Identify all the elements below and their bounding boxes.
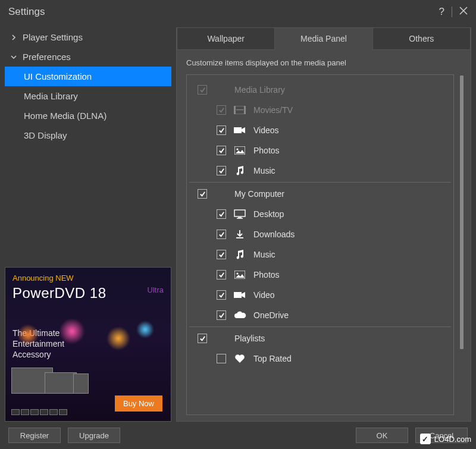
image-icon (233, 145, 246, 156)
checkbox-music[interactable] (217, 166, 226, 175)
sidebar-group-preferences[interactable]: Preferences (5, 47, 171, 67)
svg-rect-10 (236, 237, 243, 238)
titlebar: Settings ? (0, 0, 476, 24)
tree-item-music[interactable]: Music (189, 161, 451, 181)
sidebar: Player Settings Preferences UI Customiza… (5, 27, 171, 422)
register-button[interactable]: Register (8, 428, 61, 443)
tree-item-desktop[interactable]: Desktop (189, 204, 451, 224)
tree-label: Movies/TV (253, 105, 451, 115)
tree-label: Downloads (253, 230, 451, 239)
cloud-icon (233, 310, 246, 321)
sidebar-item-media-library[interactable]: Media Library (5, 86, 171, 106)
tree-item-mc-video[interactable]: Video (189, 285, 451, 305)
tree-item-media-library: Media Library (189, 80, 451, 100)
sidebar-item-3d-display[interactable]: 3D Display (5, 125, 171, 145)
ok-button[interactable]: OK (356, 428, 408, 443)
checkbox-videos[interactable] (217, 125, 226, 135)
tree-item-top-rated[interactable]: Top Rated (189, 348, 451, 369)
tab-media-panel[interactable]: Media Panel (274, 27, 372, 50)
fireworks-graphic (5, 318, 171, 360)
svg-rect-7 (234, 210, 245, 216)
sidebar-item-ui-customization[interactable]: UI Customization (5, 67, 171, 86)
svg-rect-4 (234, 127, 242, 133)
video-camera-icon (233, 290, 246, 300)
monitor-icon (233, 209, 246, 219)
svg-rect-3 (236, 109, 243, 110)
checkbox-onedrive[interactable] (217, 310, 226, 320)
svg-rect-13 (234, 292, 242, 298)
checkbox-my-computer[interactable] (198, 189, 207, 199)
tree-item-mc-music[interactable]: Music (189, 244, 451, 265)
upgrade-button[interactable]: Upgrade (68, 428, 120, 443)
checkbox-mc-video[interactable] (217, 290, 226, 300)
titlebar-controls: ? (439, 6, 468, 18)
image-icon (233, 269, 246, 280)
checkbox-mc-photos[interactable] (217, 270, 226, 280)
tree-label: Videos (253, 125, 451, 135)
tree-divider (189, 326, 451, 327)
ad-announcing-text: Announcing NEW (12, 274, 164, 282)
tree-item-onedrive[interactable]: OneDrive (189, 305, 451, 325)
checkbox-movies-tv (217, 105, 226, 115)
help-icon[interactable]: ? (439, 6, 444, 18)
checkbox-desktop[interactable] (217, 209, 226, 219)
advertisement-panel[interactable]: Announcing NEW Ultra PowerDVD 18 The Ult… (5, 267, 171, 422)
sidebar-group-label: Preferences (23, 52, 71, 62)
main-area: Player Settings Preferences UI Customiza… (0, 24, 476, 422)
svg-rect-2 (244, 106, 246, 114)
svg-rect-8 (238, 217, 242, 218)
sidebar-group-player-settings[interactable]: Player Settings (5, 27, 171, 47)
checkbox-mc-music[interactable] (217, 250, 226, 259)
tree-label: Top Rated (253, 354, 451, 363)
tree-label: OneDrive (253, 310, 451, 320)
tree-label: Desktop (253, 209, 451, 219)
titlebar-divider (452, 7, 452, 17)
tree-label: My Computer (234, 189, 451, 199)
checkbox-media-library (198, 85, 207, 95)
settings-window: Settings ? Player Settings Preferenc (0, 0, 476, 449)
sidebar-item-home-media-dlna[interactable]: Home Media (DLNA) (5, 106, 171, 125)
chevron-down-icon (11, 52, 18, 62)
tree-label: Music (253, 250, 451, 259)
music-note-icon (233, 165, 246, 176)
footer: Register Upgrade OK Cancel ✓ LO4D.com (0, 422, 476, 449)
tree-label: Photos (253, 270, 451, 280)
ad-product-name: PowerDVD 18 (12, 285, 164, 302)
heart-icon (233, 353, 246, 364)
thumbnails-graphic (11, 409, 67, 415)
media-panel-tree: Media Library Movies/TV (186, 74, 454, 415)
svg-point-12 (236, 272, 238, 274)
panel-body: Customize items displayed on the media p… (177, 50, 471, 421)
ad-edition-text: Ultra (148, 285, 164, 294)
tree-item-photos[interactable]: Photos (189, 140, 451, 161)
ad-buy-now-button[interactable]: Buy Now (115, 395, 162, 412)
sidebar-group-label: Player Settings (23, 32, 83, 42)
tree-item-playlists[interactable]: Playlists (189, 328, 451, 348)
checkbox-downloads[interactable] (217, 230, 226, 239)
video-camera-icon (233, 125, 246, 136)
tree-label: Media Library (234, 85, 451, 95)
tree-label: Photos (253, 146, 451, 155)
cancel-button[interactable]: Cancel (415, 428, 468, 443)
checkbox-playlists[interactable] (198, 334, 207, 343)
checkbox-photos[interactable] (217, 146, 226, 155)
tab-others[interactable]: Others (372, 27, 471, 50)
download-icon (233, 229, 246, 240)
tree-item-downloads[interactable]: Downloads (189, 224, 451, 244)
close-icon[interactable] (459, 6, 468, 18)
panel-description: Customize items displayed on the media p… (186, 58, 464, 67)
tree-label: Video (253, 290, 451, 300)
film-icon (233, 105, 246, 115)
tree-item-movies-tv: Movies/TV (189, 100, 451, 120)
svg-rect-9 (237, 218, 243, 219)
scrollbar[interactable] (460, 76, 464, 349)
settings-panel: Wallpaper Media Panel Others Customize i… (176, 27, 471, 422)
tree-item-videos[interactable]: Videos (189, 120, 451, 140)
tree-item-mc-photos[interactable]: Photos (189, 265, 451, 285)
tab-bar: Wallpaper Media Panel Others (177, 27, 471, 50)
tab-wallpaper[interactable]: Wallpaper (177, 27, 275, 50)
tree-divider (189, 182, 451, 183)
checkbox-top-rated[interactable] (217, 354, 226, 363)
tree-item-my-computer[interactable]: My Computer (189, 184, 451, 204)
svg-point-6 (236, 148, 238, 150)
